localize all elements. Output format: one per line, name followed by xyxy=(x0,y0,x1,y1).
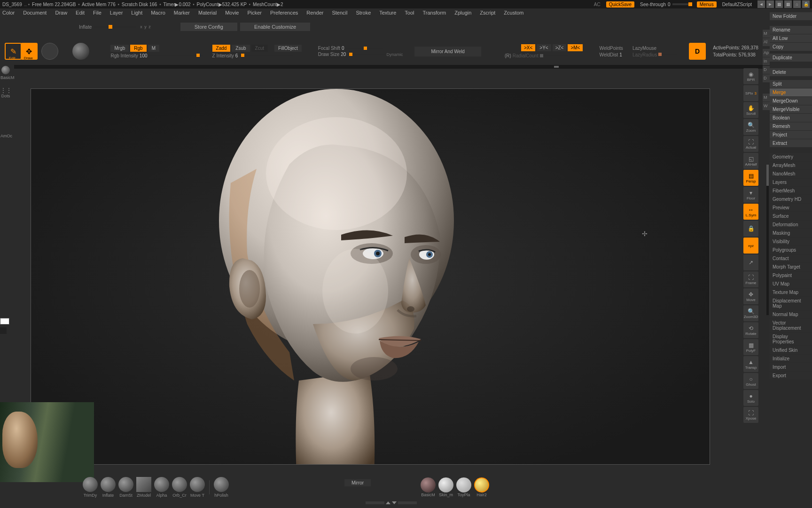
menus-button[interactable]: Menus xyxy=(697,1,717,8)
polypaint-section[interactable]: Polypaint xyxy=(770,271,812,279)
rp2-m[interactable]: M xyxy=(763,30,770,38)
brush-button[interactable] xyxy=(41,43,58,60)
grid1-icon[interactable]: ▦ xyxy=(775,0,783,8)
seethrough-slider[interactable] xyxy=(672,3,691,5)
menu-file[interactable]: File xyxy=(93,10,102,16)
z-intensity-slider[interactable]: Z Intensity 6 xyxy=(212,53,302,58)
inflate-slider[interactable]: Inflate x y z xyxy=(79,24,151,30)
alllow-button[interactable]: All Low xyxy=(770,34,812,42)
zoom3d-button[interactable]: 🔍Zoom3D xyxy=(743,305,758,321)
delete-button[interactable]: Delete xyxy=(770,68,812,76)
menu-edit[interactable]: Edit xyxy=(76,10,85,16)
solo-button[interactable]: ●Solo xyxy=(743,390,758,406)
lsym-button[interactable]: ↔L.Sym xyxy=(743,204,758,220)
rp2-a2[interactable]: Ap xyxy=(763,49,770,57)
rotate-button[interactable]: ⟲Rotate xyxy=(743,322,758,338)
polyf-button[interactable]: ▦PolyF xyxy=(743,339,758,355)
bpr-button[interactable]: ◉BPR xyxy=(743,68,758,84)
rename-button[interactable]: Rename xyxy=(770,26,812,34)
radial-slider[interactable]: (R) RadialCount xyxy=(505,53,583,58)
dynamic-label[interactable]: Dynamic xyxy=(386,52,403,57)
inflate-brush[interactable]: Inflate xyxy=(101,477,116,498)
menu-zcustom[interactable]: Zcustom xyxy=(504,10,523,16)
merge-button[interactable]: Merge xyxy=(770,88,812,96)
damst-brush[interactable]: DamSt xyxy=(118,477,133,498)
hpolish-brush[interactable]: hPolish xyxy=(214,477,229,498)
geomhd-section[interactable]: Geometry HD xyxy=(770,195,812,203)
surface-section[interactable]: Surface xyxy=(770,212,812,220)
deformation-section[interactable]: Deformation xyxy=(770,221,812,229)
right-panel-scrollbar[interactable] xyxy=(766,165,769,315)
rp2-w[interactable]: W xyxy=(763,102,770,110)
zoom-button[interactable]: 🔍Zoom xyxy=(743,119,758,135)
contact-section[interactable]: Contact xyxy=(770,254,812,262)
color-swatch[interactable] xyxy=(0,318,9,325)
layers-section[interactable]: Layers xyxy=(770,178,812,186)
menu-picker[interactable]: Picker xyxy=(247,10,262,16)
home-icon[interactable]: ⌂ xyxy=(793,0,801,8)
menu-tool[interactable]: Tool xyxy=(405,10,414,16)
menu-light[interactable]: Light xyxy=(131,10,142,16)
menu-layer[interactable]: Layer xyxy=(110,10,123,16)
basicm-material[interactable]: BasicM xyxy=(421,477,436,497)
dots-item[interactable]: ⋮⋮ Dots xyxy=(0,87,11,98)
duplicate-button[interactable]: Duplicate xyxy=(770,54,812,62)
ac[interactable]: AC xyxy=(594,2,601,7)
trimdy-brush[interactable]: TrimDy xyxy=(83,477,98,498)
fillobject-button[interactable]: FillObject xyxy=(274,45,302,52)
menu-document[interactable]: Document xyxy=(23,10,47,16)
unified-section[interactable]: Unified Skin xyxy=(770,346,812,354)
divider-bar[interactable] xyxy=(14,65,774,69)
next-icon[interactable]: ► xyxy=(766,0,774,8)
new-folder-button[interactable]: New Folder xyxy=(770,12,812,20)
import-section[interactable]: Import xyxy=(770,363,812,371)
bottom-scrubber[interactable] xyxy=(366,500,436,505)
sym-m-button[interactable]: >M< xyxy=(568,44,583,51)
rp2-d1[interactable]: D xyxy=(763,66,770,74)
zsub-button[interactable]: Zsub xyxy=(232,45,250,52)
weldpoints-button[interactable]: WeldPoints xyxy=(599,46,623,51)
amoc-item[interactable]: AmOc xyxy=(0,134,11,138)
dynamesh-icon[interactable]: D xyxy=(689,43,706,60)
mirror-bottom-button[interactable]: Mirror xyxy=(344,479,371,486)
quicksave-button[interactable]: QuickSave xyxy=(606,1,634,8)
lazyradius-slider[interactable]: LazyRadius xyxy=(632,52,677,57)
menu-preferences[interactable]: Preferences xyxy=(270,10,298,16)
store-config-button[interactable]: Store Config xyxy=(180,23,237,31)
mergevisible-button[interactable]: MergeVisible xyxy=(770,105,812,113)
texmap-section[interactable]: Texture Map xyxy=(770,288,812,296)
menu-stroke[interactable]: Stroke xyxy=(356,10,371,16)
focal-shift-slider[interactable]: Focal Shift 0 xyxy=(318,46,403,51)
basicm-item[interactable]: BasicM xyxy=(0,65,11,80)
xyz-button[interactable]: xyz xyxy=(743,238,758,254)
skinm-material[interactable]: Skin_m xyxy=(438,477,453,497)
arraymesh-section[interactable]: ArrayMesh xyxy=(770,161,812,169)
enable-customize-button[interactable]: Enable Customize xyxy=(240,23,310,31)
actual-button[interactable]: ⛶Actual xyxy=(743,136,758,152)
mrgb-button[interactable]: Mrgb xyxy=(110,45,129,52)
floor-button[interactable]: ▾Floor xyxy=(743,187,758,203)
nanomesh-section[interactable]: NanoMesh xyxy=(770,170,812,178)
menu-render[interactable]: Render xyxy=(306,10,323,16)
mirror-weld-button[interactable]: Mirror And Weld xyxy=(414,47,481,56)
visibility-section[interactable]: Visibility xyxy=(770,238,812,246)
axis-arrows-icon[interactable]: ↗ xyxy=(743,254,758,270)
menu-color[interactable]: Color xyxy=(2,10,15,16)
frame-button[interactable]: ⛶Frame xyxy=(743,271,758,287)
viewport[interactable]: ✢ xyxy=(31,88,710,465)
material-sphere-icon[interactable] xyxy=(72,43,89,60)
lock-button[interactable]: 🔒 xyxy=(743,221,758,237)
m-button[interactable]: M xyxy=(148,45,159,52)
extract-button[interactable]: Extract xyxy=(770,139,812,147)
rgb-intensity-slider[interactable]: Rgb Intensity 100 xyxy=(110,53,203,58)
uvmap-section[interactable]: UV Map xyxy=(770,280,812,288)
init-section[interactable]: Initialize xyxy=(770,355,812,363)
rp2-d2[interactable]: D xyxy=(763,74,770,82)
hair2-material[interactable]: Hair2 xyxy=(474,477,489,497)
zcut-button[interactable]: Zcut xyxy=(251,45,268,52)
rp2-m2[interactable]: M xyxy=(763,94,770,102)
prev-icon[interactable]: ◄ xyxy=(757,0,765,8)
draw-size-slider[interactable]: Draw Size 20 Dynamic xyxy=(318,52,403,57)
menu-macro[interactable]: Macro xyxy=(151,10,165,16)
sym-z-button[interactable]: >Z< xyxy=(553,44,567,51)
